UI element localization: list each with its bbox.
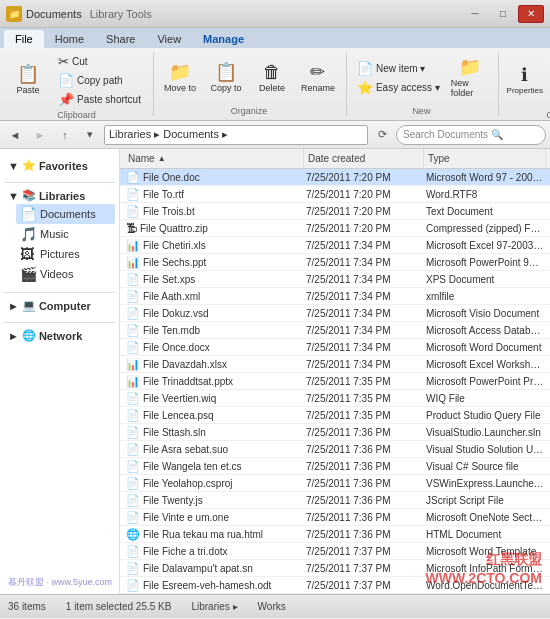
file-type-cell: Product Studio Query File	[424, 410, 546, 421]
works-label: Works	[258, 601, 286, 612]
file-name: File Lencea.psq	[143, 410, 214, 421]
refresh-button[interactable]: ⟳	[371, 125, 393, 145]
tab-share[interactable]: Share	[95, 30, 146, 48]
file-name: File Twenty.js	[143, 495, 203, 506]
rename-button[interactable]: ✏ Rename	[296, 52, 340, 104]
minimize-button[interactable]: ─	[462, 5, 488, 23]
col-header-date[interactable]: Date created	[304, 149, 424, 168]
table-row[interactable]: 📄 File Veertien.wiq 7/25/2011 7:35 PM WI…	[120, 390, 550, 407]
file-type-icon: 📄	[126, 273, 140, 286]
delete-button[interactable]: 🗑 Delete	[250, 52, 294, 104]
sidebar-item-documents[interactable]: 📄 Documents	[16, 204, 115, 224]
file-name-cell: 📄 File Aath.xml	[124, 290, 304, 303]
file-type-icon: 🌐	[126, 528, 140, 541]
libraries-arrow: ▼	[8, 190, 19, 202]
table-row[interactable]: 📄 File Sttash.sln 7/25/2011 7:36 PM Visu…	[120, 424, 550, 441]
file-date-cell: 7/25/2011 7:34 PM	[304, 325, 424, 336]
table-row[interactable]: 📄 File Vinte e um.one 7/25/2011 7:36 PM …	[120, 509, 550, 526]
table-row[interactable]: 📄 File Dalavampu't apat.sn 7/25/2011 7:3…	[120, 560, 550, 577]
new-folder-button[interactable]: 📁 New folder	[448, 52, 492, 104]
tab-file[interactable]: File	[4, 30, 44, 49]
network-header[interactable]: ► 🌐 Network	[4, 327, 115, 344]
sidebar-divider-3	[4, 322, 115, 323]
file-type-cell: Microsoft PowerPoint 97-20...	[424, 257, 546, 268]
file-date-cell: 7/25/2011 7:35 PM	[304, 393, 424, 404]
file-name: File Trois.bt	[143, 206, 195, 217]
file-date-cell: 7/25/2011 7:20 PM	[304, 206, 424, 217]
file-name: File Vinte e um.one	[143, 512, 229, 523]
move-to-button[interactable]: 📁 Move to	[158, 52, 202, 104]
tab-view[interactable]: View	[146, 30, 192, 48]
table-row[interactable]: 📄 File Aath.xml 7/25/2011 7:34 PM xmlfil…	[120, 288, 550, 305]
cut-button[interactable]: ✂ Cut	[52, 52, 147, 70]
file-name: File To.rtf	[143, 189, 184, 200]
table-row[interactable]: 📄 File Twenty.js 7/25/2011 7:36 PM JScri…	[120, 492, 550, 509]
file-date-cell: 7/25/2011 7:36 PM	[304, 529, 424, 540]
table-row[interactable]: 📊 File Sechs.ppt 7/25/2011 7:34 PM Micro…	[120, 254, 550, 271]
computer-icon: 💻	[22, 299, 36, 312]
file-name-cell: 📄 File Veertien.wiq	[124, 392, 304, 405]
table-row[interactable]: 🗜 File Quattro.zip 7/25/2011 7:20 PM Com…	[120, 220, 550, 237]
table-row[interactable]: 📄 File Fiche a tri.dotx 7/25/2011 7:37 P…	[120, 543, 550, 560]
table-row[interactable]: 📄 File Yeolahop.csproj 7/25/2011 7:36 PM…	[120, 475, 550, 492]
file-type-cell: JScript Script File	[424, 495, 546, 506]
copy-to-button[interactable]: 📋 Copy to	[204, 52, 248, 104]
close-button[interactable]: ✕	[518, 5, 544, 23]
file-date-cell: 7/25/2011 7:34 PM	[304, 359, 424, 370]
favorites-header[interactable]: ▼ ⭐ Favorites	[4, 157, 115, 174]
paste-shortcut-button[interactable]: 📌 Paste shortcut	[52, 90, 147, 108]
up-button[interactable]: ↑	[54, 125, 76, 145]
tab-manage[interactable]: Manage	[192, 30, 255, 48]
sidebar-item-videos[interactable]: 🎬 Videos	[16, 264, 115, 284]
properties-button[interactable]: ℹ Properties	[503, 54, 547, 106]
table-row[interactable]: 📄 File Once.docx 7/25/2011 7:34 PM Micro…	[120, 339, 550, 356]
sidebar-item-pictures[interactable]: 🖼 Pictures	[16, 244, 115, 264]
rename-icon: ✏	[310, 63, 325, 81]
table-row[interactable]: 📄 File Set.xps 7/25/2011 7:34 PM XPS Doc…	[120, 271, 550, 288]
table-row[interactable]: 📄 File Esreem-veh-hamesh.odt 7/25/2011 7…	[120, 577, 550, 594]
table-row[interactable]: 📄 File Wangela ten et.cs 7/25/2011 7:36 …	[120, 458, 550, 475]
file-type-icon: 📄	[126, 494, 140, 507]
table-row[interactable]: 📄 File Dokuz.vsd 7/25/2011 7:34 PM Micro…	[120, 305, 550, 322]
file-type-icon: 📄	[126, 341, 140, 354]
tab-home[interactable]: Home	[44, 30, 95, 48]
file-date-cell: 7/25/2011 7:36 PM	[304, 478, 424, 489]
col-header-name[interactable]: Name ▲	[124, 149, 304, 168]
address-bar[interactable]: Libraries ▸ Documents ▸	[104, 125, 368, 145]
back-button[interactable]: ◄	[4, 125, 26, 145]
table-row[interactable]: 📄 File To.rtf 7/25/2011 7:20 PM Word.RTF…	[120, 186, 550, 203]
recent-button[interactable]: ▾	[79, 125, 101, 145]
file-type-icon: 📊	[126, 256, 140, 269]
table-row[interactable]: 📄 File Ten.mdb 7/25/2011 7:34 PM Microso…	[120, 322, 550, 339]
forward-button[interactable]: ►	[29, 125, 51, 145]
delete-icon: 🗑	[263, 63, 281, 81]
search-placeholder: Search Documents	[403, 129, 488, 140]
paste-button[interactable]: 📋 Paste	[6, 54, 50, 106]
table-row[interactable]: 📄 File Lencea.psq 7/25/2011 7:35 PM Prod…	[120, 407, 550, 424]
table-row[interactable]: 📄 File One.doc 7/25/2011 7:20 PM Microso…	[120, 169, 550, 186]
copy-button[interactable]: 📄 Copy path	[52, 71, 147, 89]
table-row[interactable]: 📊 File Chetiri.xls 7/25/2011 7:34 PM Mic…	[120, 237, 550, 254]
file-name-cell: 🌐 File Rua tekau ma rua.html	[124, 528, 304, 541]
sidebar-item-music[interactable]: 🎵 Music	[16, 224, 115, 244]
search-bar[interactable]: Search Documents 🔍	[396, 125, 546, 145]
easy-access-button[interactable]: ⭐ Easy access ▾	[351, 79, 446, 97]
file-name-cell: 📄 File Yeolahop.csproj	[124, 477, 304, 490]
file-date-cell: 7/25/2011 7:34 PM	[304, 291, 424, 302]
new-item-button[interactable]: 📄 New item ▾	[351, 60, 446, 78]
maximize-button[interactable]: □	[490, 5, 516, 23]
file-type-icon: 📄	[126, 477, 140, 490]
file-name-cell: 📄 File Esreem-veh-hamesh.odt	[124, 579, 304, 592]
table-row[interactable]: 📊 File Trinaddtsat.pptx 7/25/2011 7:35 P…	[120, 373, 550, 390]
table-row[interactable]: 📄 File Asra sebat.suo 7/25/2011 7:36 PM …	[120, 441, 550, 458]
file-name-cell: 📄 File Sttash.sln	[124, 426, 304, 439]
libraries-header[interactable]: ▼ 📚 Libraries	[4, 187, 115, 204]
file-type-cell: Microsoft Word 97 - 2003 Do...	[424, 172, 546, 183]
table-row[interactable]: 📊 File Davazdah.xlsx 7/25/2011 7:34 PM M…	[120, 356, 550, 373]
address-path: Libraries ▸ Documents ▸	[109, 128, 228, 141]
col-header-type[interactable]: Type	[424, 149, 546, 168]
table-row[interactable]: 📄 File Trois.bt 7/25/2011 7:20 PM Text D…	[120, 203, 550, 220]
computer-header[interactable]: ► 💻 Computer	[4, 297, 115, 314]
paste-icon: 📋	[17, 65, 39, 83]
table-row[interactable]: 🌐 File Rua tekau ma rua.html 7/25/2011 7…	[120, 526, 550, 543]
